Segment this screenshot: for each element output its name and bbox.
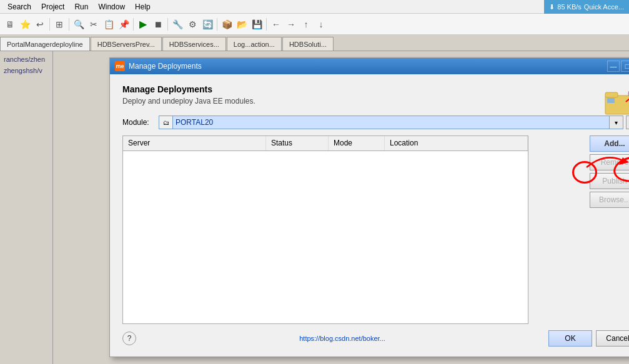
- tabbar: PortalManagerdeployline HDBServersPrev..…: [0, 35, 629, 51]
- toolbar-btn-8[interactable]: 📌: [116, 17, 131, 32]
- sidebar: ranches/zhen zhengshsh/v: [0, 51, 53, 364]
- tab-1[interactable]: HDBServersPrev...: [91, 37, 162, 51]
- side-buttons: Add... Remove Publish Browse...: [590, 135, 629, 324]
- dialog-minimize-button[interactable]: —: [607, 61, 620, 72]
- toolbar-sep-4: [167, 18, 168, 31]
- toolbar-sep-1: [49, 18, 50, 31]
- dialog-body: ↺ Manage Deployments Deploy and undeploy…: [110, 74, 629, 357]
- menu-search[interactable]: Search: [2, 1, 36, 12]
- deployments-table: Server Status Mode Location: [122, 135, 528, 324]
- toolbar-btn-19[interactable]: ↓: [314, 17, 329, 32]
- module-dropdown-button[interactable]: ▾: [610, 116, 623, 129]
- tab-2[interactable]: HDBSservices...: [162, 37, 226, 51]
- footer-url: https://blog.csdn.net/boker...: [299, 335, 385, 342]
- menubar: Search Project Run Window Help ⬇ 85 KB/s…: [0, 0, 629, 14]
- network-speed: 85 KB/s: [557, 3, 582, 11]
- sidebar-item-0[interactable]: ranches/zhen: [1, 54, 51, 65]
- dialog-subtitle: Deploy and undeploy Java EE modules.: [122, 97, 629, 106]
- add-button[interactable]: Add...: [590, 135, 629, 152]
- quick-access-label: Quick Acce...: [584, 3, 624, 11]
- dialog-titlebar: me Manage Deployments — □ ✕: [110, 58, 629, 74]
- toolbar-btn-3[interactable]: ↩: [32, 17, 47, 32]
- table-area: Server Status Mode Location Add... Remov…: [122, 135, 629, 324]
- remove-button[interactable]: Remove: [590, 154, 629, 170]
- toolbar-btn-10[interactable]: 🔧: [170, 17, 185, 32]
- col-status: Status: [266, 136, 329, 150]
- toolbar-sep-3: [133, 18, 134, 31]
- col-server: Server: [123, 136, 266, 150]
- toolbar-btn-9[interactable]: ⏹: [151, 17, 166, 32]
- svg-rect-1: [605, 92, 618, 97]
- toolbar-sep-5: [217, 18, 217, 31]
- network-badge: ⬇ 85 KB/s Quick Acce...: [544, 0, 629, 14]
- toolbar-btn-18[interactable]: ↑: [299, 17, 314, 32]
- toolbar-btn-16[interactable]: ←: [269, 17, 284, 32]
- toolbar-sep-6: [266, 18, 267, 31]
- network-icon: ⬇: [549, 3, 555, 11]
- dialog-footer: ? https://blog.csdn.net/boker... OK Canc…: [122, 324, 629, 347]
- publish-button[interactable]: Publish: [590, 173, 629, 189]
- module-row: Module: 🗂 ▾ ✏: [122, 116, 629, 129]
- col-location: Location: [385, 136, 528, 150]
- toolbar-btn-1[interactable]: 🖥: [2, 17, 17, 32]
- tab-4[interactable]: HDBSoluti...: [282, 37, 334, 51]
- sidebar-item-1[interactable]: zhengshsh/v: [1, 65, 51, 76]
- toolbar-btn-run[interactable]: ▶: [136, 17, 151, 32]
- browse-button[interactable]: Browse...: [590, 192, 629, 208]
- toolbar-btn-13[interactable]: 📦: [219, 17, 234, 32]
- dialog-title-icon: me: [115, 61, 125, 71]
- module-input-wrapper: 🗂 ▾ ✏: [159, 116, 629, 129]
- toolbar-btn-11[interactable]: ⚙: [185, 17, 200, 32]
- cancel-button[interactable]: Cancel: [596, 330, 629, 347]
- menu-project[interactable]: Project: [36, 1, 69, 12]
- help-button[interactable]: ?: [122, 332, 136, 345]
- dialog-title-text: Manage Deployments: [129, 62, 607, 71]
- table-body: [123, 151, 528, 323]
- module-label: Module:: [122, 118, 154, 127]
- toolbar-btn-4[interactable]: ⊞: [52, 17, 67, 32]
- toolbar-btn-17[interactable]: →: [284, 17, 299, 32]
- main-layout: ranches/zhen zhengshsh/v me Manage Deplo…: [0, 51, 629, 364]
- module-icon: 🗂: [159, 116, 172, 129]
- menu-run[interactable]: Run: [69, 1, 93, 12]
- tab-3[interactable]: Log...action...: [227, 37, 282, 51]
- toolbar-btn-6[interactable]: ✂: [86, 17, 101, 32]
- dialog-controls: — □ ✕: [607, 61, 629, 72]
- toolbar-btn-5[interactable]: 🔍: [71, 17, 86, 32]
- svg-rect-2: [607, 98, 615, 103]
- module-edit-button[interactable]: ✏: [626, 116, 629, 129]
- menu-window[interactable]: Window: [93, 1, 130, 12]
- dialog-heading: Manage Deployments: [122, 84, 629, 94]
- toolbar-btn-2[interactable]: ⭐: [17, 17, 32, 32]
- col-mode: Mode: [329, 136, 385, 150]
- dialog-maximize-button[interactable]: □: [621, 61, 629, 72]
- dialog-illustration: ↺: [602, 83, 629, 121]
- module-input[interactable]: [172, 116, 610, 129]
- manage-deployments-dialog: me Manage Deployments — □ ✕: [109, 57, 629, 357]
- content-area: me Manage Deployments — □ ✕: [53, 51, 629, 364]
- table-header: Server Status Mode Location: [123, 136, 528, 151]
- menu-help[interactable]: Help: [130, 1, 156, 12]
- footer-actions: OK Cancel: [548, 330, 629, 347]
- toolbar: 🖥 ⭐ ↩ ⊞ 🔍 ✂ 📋 📌 ▶ ⏹ 🔧 ⚙ 🔄 📦 📂 💾 ← → ↑ ↓: [0, 14, 629, 35]
- toolbar-btn-7[interactable]: 📋: [101, 17, 116, 32]
- toolbar-btn-15[interactable]: 💾: [249, 17, 264, 32]
- toolbar-btn-14[interactable]: 📂: [234, 17, 249, 32]
- tab-0[interactable]: PortalManagerdeployline: [0, 37, 90, 51]
- toolbar-sep-2: [69, 18, 69, 31]
- ok-button[interactable]: OK: [548, 330, 592, 347]
- toolbar-btn-12[interactable]: 🔄: [200, 17, 215, 32]
